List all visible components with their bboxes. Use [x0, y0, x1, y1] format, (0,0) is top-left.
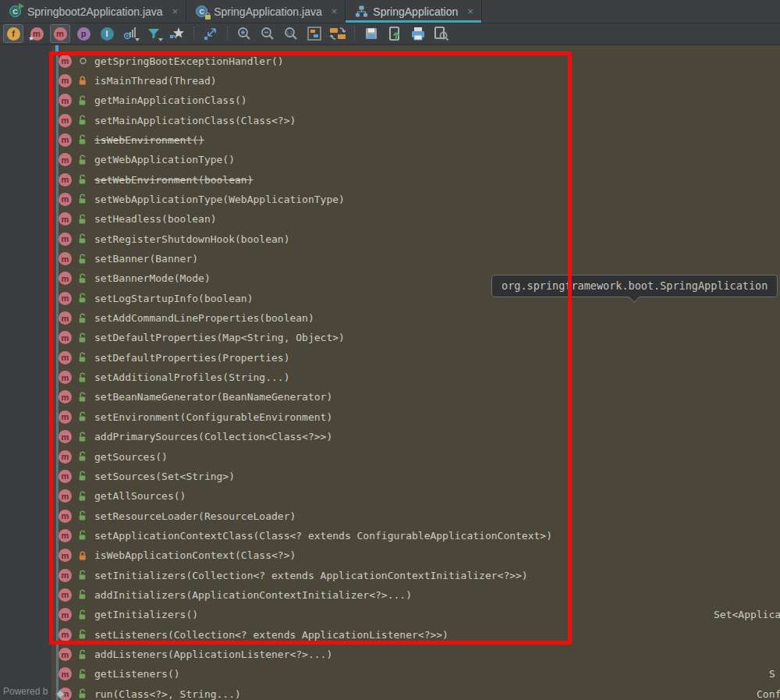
visibility-level-dropdown[interactable] [120, 24, 140, 43]
tab-label: Springboot2Application.java [27, 5, 163, 18]
tab-springapplication-diagram[interactable]: SpringApplication × [346, 0, 482, 23]
filter-dropdown[interactable] [144, 24, 164, 43]
red-annotation-rectangle [49, 52, 572, 645]
star-icon: ★ [28, 34, 34, 42]
close-icon[interactable]: × [172, 5, 179, 17]
close-icon[interactable]: × [332, 5, 338, 17]
toolbar-separator [193, 27, 194, 41]
actual-size-button[interactable]: 1:1 [281, 24, 301, 43]
run-triangle-icon [19, 3, 24, 9]
zoom-in-icon [236, 26, 252, 41]
lock-icon [205, 15, 211, 20]
chevron-down-icon [158, 38, 163, 41]
method-signature: run(Class<?>, String...) [94, 688, 241, 700]
show-inner-classes-toggle[interactable]: I [97, 24, 117, 43]
return-type-label: Set<Applica [714, 605, 780, 624]
chevron-down-icon [135, 38, 140, 41]
show-properties-toggle[interactable]: p [73, 24, 94, 43]
method-signature: getListeners() [94, 668, 180, 680]
tab-label: SpringApplication [373, 5, 458, 18]
fit-content-button[interactable] [304, 24, 324, 43]
tab-springapplication-java[interactable]: C SpringApplication.java × [186, 0, 346, 23]
zoom-out-icon [260, 26, 275, 41]
export-to-image-button[interactable] [385, 24, 405, 43]
method-signature: addListeners(ApplicationListener<?>...) [94, 648, 332, 660]
export-image-icon [388, 26, 402, 41]
show-dependencies-button[interactable] [167, 24, 187, 43]
zoom-in-button[interactable] [234, 24, 254, 43]
class-locked-icon: C [196, 5, 209, 18]
expand-arrows-icon [203, 26, 218, 41]
show-constructors-toggle[interactable]: m ★ [27, 24, 47, 43]
editor-tab-bar: C Springboot2Application.java × C Spring… [0, 0, 780, 23]
visibility-icon [78, 649, 88, 660]
printer-icon [410, 27, 426, 41]
method-icon: m [58, 648, 72, 661]
preview-magnifier-icon [434, 26, 449, 41]
tab-springboot2application-java[interactable]: C Springboot2Application.java × [0, 0, 186, 23]
save-icon [364, 27, 378, 41]
toolbar-separator [354, 27, 355, 41]
tab-label: SpringApplication.java [214, 5, 322, 18]
show-fields-toggle[interactable]: f [3, 24, 23, 43]
method-row[interactable]: m getListeners() [58, 664, 180, 684]
zoom-out-button[interactable] [257, 24, 278, 43]
class-run-icon: C [9, 5, 23, 18]
uml-diagram-icon [355, 5, 368, 18]
svg-text:1:1: 1:1 [286, 30, 293, 35]
print-button[interactable] [408, 24, 428, 43]
visibility-icon [78, 669, 88, 680]
star-arrow-icon [169, 26, 185, 41]
method-icon: m [58, 667, 72, 680]
diagram-toolbar: f m ★ m p I [0, 23, 780, 45]
method-row[interactable]: m addListeners(ApplicationListener<?>...… [58, 645, 332, 664]
diagram-canvas[interactable]: Powered b m getSpringBootExceptionHandle… [0, 45, 780, 700]
save-button[interactable] [361, 24, 381, 43]
show-methods-toggle[interactable]: m [50, 24, 70, 43]
apply-layout-button[interactable] [328, 24, 348, 43]
return-type-label: S [769, 664, 775, 684]
toolbar-separator [227, 27, 228, 41]
fit-zoom-button[interactable] [200, 24, 221, 43]
fit-content-icon [307, 26, 322, 41]
relayout-icon [329, 26, 346, 41]
method-row[interactable]: m run(Class<?>, String...) [58, 684, 241, 700]
return-type-label: Conf [757, 684, 780, 700]
close-icon[interactable]: × [467, 5, 473, 17]
actual-size-icon: 1:1 [283, 26, 299, 41]
visibility-icon [78, 688, 88, 699]
preview-button[interactable] [431, 24, 452, 43]
